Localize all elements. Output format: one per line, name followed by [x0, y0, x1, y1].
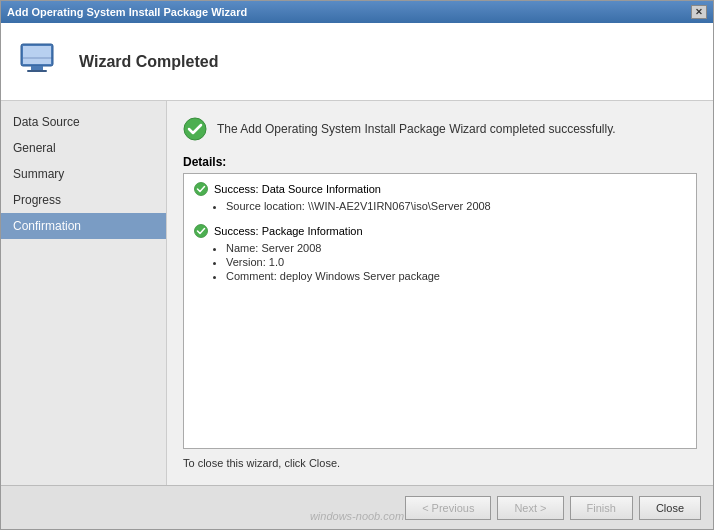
section-0-list: Source location: \\WIN-AE2V1IRN067\iso\S… [194, 200, 686, 212]
small-success-icon-0 [194, 182, 208, 196]
close-hint: To close this wizard, click Close. [183, 457, 697, 469]
success-row: The Add Operating System Install Package… [183, 117, 697, 141]
sidebar-item-general[interactable]: General [1, 135, 166, 161]
content-area: Data Source General Summary Progress Con… [1, 101, 713, 485]
details-label: Details: [183, 155, 697, 169]
section-1-item-0: Name: Server 2008 [226, 242, 686, 254]
detail-section-1: Success: Package Information Name: Serve… [194, 224, 686, 282]
section-0-title: Success: Data Source Information [214, 183, 381, 195]
finish-button[interactable]: Finish [570, 496, 633, 520]
next-button[interactable]: Next > [497, 496, 563, 520]
small-success-icon-1 [194, 224, 208, 238]
section-1-list: Name: Server 2008 Version: 1.0 Comment: … [194, 242, 686, 282]
title-bar-buttons: ✕ [691, 5, 707, 19]
wizard-header-title: Wizard Completed [79, 53, 218, 71]
svg-point-6 [195, 183, 208, 196]
section-1-title: Success: Package Information [214, 225, 363, 237]
section-1-item-1: Version: 1.0 [226, 256, 686, 268]
wizard-window: Add Operating System Install Package Wiz… [0, 0, 714, 530]
wizard-header: Wizard Completed [1, 23, 713, 101]
close-window-btn[interactable]: ✕ [691, 5, 707, 19]
detail-section-0: Success: Data Source Information Source … [194, 182, 686, 212]
detail-section-1-header: Success: Package Information [194, 224, 686, 238]
svg-rect-3 [27, 70, 47, 72]
detail-section-0-header: Success: Data Source Information [194, 182, 686, 196]
svg-point-5 [184, 118, 206, 140]
svg-rect-2 [31, 66, 43, 70]
section-0-item-0: Source location: \\WIN-AE2V1IRN067\iso\S… [226, 200, 686, 212]
svg-point-7 [195, 225, 208, 238]
wizard-icon [17, 38, 65, 86]
sidebar-item-summary[interactable]: Summary [1, 161, 166, 187]
svg-rect-1 [23, 46, 51, 64]
details-box: Success: Data Source Information Source … [183, 173, 697, 449]
section-1-item-2: Comment: deploy Windows Server package [226, 270, 686, 282]
bottom-bar: < Previous Next > Finish Close [1, 485, 713, 529]
success-message: The Add Operating System Install Package… [217, 122, 616, 136]
sidebar-item-confirmation[interactable]: Confirmation [1, 213, 166, 239]
success-icon [183, 117, 207, 141]
title-bar: Add Operating System Install Package Wiz… [1, 1, 713, 23]
main-panel: The Add Operating System Install Package… [167, 101, 713, 485]
sidebar: Data Source General Summary Progress Con… [1, 101, 167, 485]
close-button[interactable]: Close [639, 496, 701, 520]
sidebar-item-progress[interactable]: Progress [1, 187, 166, 213]
sidebar-item-datasource[interactable]: Data Source [1, 109, 166, 135]
window-title: Add Operating System Install Package Wiz… [7, 6, 247, 18]
previous-button[interactable]: < Previous [405, 496, 491, 520]
